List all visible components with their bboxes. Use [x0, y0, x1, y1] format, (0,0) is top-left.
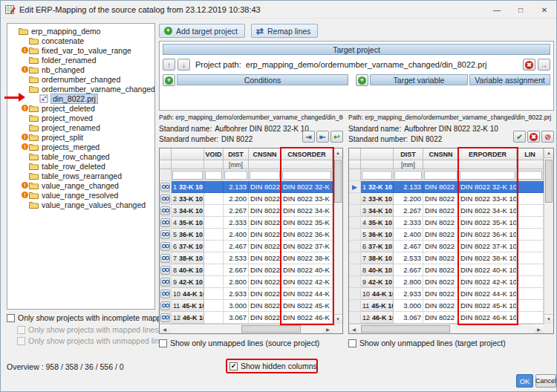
- filter-input[interactable]: [205, 171, 222, 180]
- find-line-button[interactable]: [160, 254, 170, 263]
- map-line-button[interactable]: ✔: [513, 131, 526, 143]
- goto-target-project-button[interactable]: →: [538, 59, 550, 71]
- tree-item-project-split[interactable]: !project_split: [7, 132, 154, 142]
- table-row[interactable]: 132-K 102.133DIN 8022DIN 8022 32-K 10: [160, 181, 333, 193]
- minimize-button[interactable]: —: [485, 1, 509, 19]
- filter-input[interactable]: [224, 171, 247, 180]
- move-target-up-button[interactable]: ↑: [163, 59, 175, 71]
- show-hidden-columns-checkbox[interactable]: ✔: [229, 362, 238, 370]
- vertical-scroll-thumb[interactable]: [545, 160, 553, 203]
- tree-item-project-moved[interactable]: project_moved: [7, 113, 154, 122]
- tree-item-erp-mapping-demo[interactable]: erp_mapping_demo: [7, 26, 154, 36]
- jump-to-source-line-button[interactable]: ⇤: [316, 131, 329, 143]
- maximize-button[interactable]: □: [509, 1, 532, 19]
- tree-item-concatenate[interactable]: concatenate: [7, 36, 154, 45]
- table-row[interactable]: 536-K 102.400DIN 8022DIN 8022 36-K 10: [349, 229, 544, 241]
- find-line-button[interactable]: [160, 230, 170, 239]
- scroll-down-arrow[interactable]: ▼: [544, 314, 553, 324]
- move-target-down-button[interactable]: ↓: [177, 59, 190, 71]
- table-row[interactable]: 233-K 102.200DIN 8022DIN 8022 33-K 10: [349, 193, 544, 205]
- scroll-right-arrow[interactable]: ▶: [323, 324, 333, 333]
- find-line-button[interactable]: [160, 266, 170, 275]
- column-header-lin[interactable]: LIN: [517, 148, 544, 160]
- vertical-scrollbar[interactable]: ▲▼: [333, 148, 342, 324]
- remap-lines-button[interactable]: ⇄ Remap lines: [251, 24, 318, 38]
- scroll-left-arrow[interactable]: ◀: [160, 324, 169, 333]
- table-row[interactable]: 233-K 102.200DIN 8022DIN 8022 33-K 10: [160, 193, 333, 205]
- tree-item-ordernumber-changed[interactable]: ordernumber_changed: [7, 74, 154, 84]
- cancel-button[interactable]: Cancel: [535, 374, 556, 388]
- find-line-button[interactable]: [160, 242, 170, 251]
- tree-item-folder-renamed[interactable]: folder_renamed: [7, 55, 154, 65]
- filter-input[interactable]: [424, 171, 457, 180]
- find-line-button[interactable]: [160, 195, 170, 203]
- column-header-void[interactable]: VOID: [204, 148, 224, 160]
- vertical-scrollbar[interactable]: ▲▼: [544, 148, 553, 324]
- filter-input[interactable]: [282, 171, 331, 180]
- tree-item-din-8022-prj[interactable]: din_8022.prj: [7, 94, 154, 103]
- column-header-icon[interactable]: [349, 148, 361, 160]
- column-header-dist[interactable]: DIST: [394, 148, 423, 160]
- column-header-order[interactable]: CNSORDER: [281, 148, 333, 160]
- scroll-down-arrow[interactable]: ▼: [333, 314, 342, 324]
- tree-item-project-deleted[interactable]: !project_deleted: [7, 103, 154, 113]
- exclude-line-button[interactable]: ⊘: [541, 131, 554, 143]
- column-header-icon[interactable]: [160, 148, 172, 160]
- tree-item-table-row-deleted[interactable]: table_row_deleted: [7, 161, 154, 171]
- table-row[interactable]: 536-K 102.400DIN 8022DIN 8022 36-K 10: [160, 229, 333, 241]
- horizontal-scrollbar[interactable]: ◀▶: [349, 324, 553, 333]
- table-row[interactable]: 840-K 102.667DIN 8022DIN 8022 40-K 10: [349, 264, 544, 276]
- tree-item-nb-changed[interactable]: !nb_changed: [7, 65, 154, 74]
- tree-item-value-range-values-changed[interactable]: value_range_values_changed: [7, 200, 154, 209]
- scroll-right-arrow[interactable]: ▶: [534, 324, 544, 333]
- table-row[interactable]: 1044-K 102.933DIN 8022DIN 8022 44-K 10: [160, 288, 333, 300]
- table-row[interactable]: 637-K 102.467DIN 8022DIN 8022 37-K 10: [349, 241, 544, 252]
- table-row[interactable]: 637-K 102.467DIN 8022DIN 8022 37-K 10: [160, 241, 333, 252]
- filter-input[interactable]: [362, 171, 392, 180]
- tree-item-fixed-var-to-value-range[interactable]: !fixed_var_to_value_range: [7, 45, 154, 55]
- vertical-scroll-thumb[interactable]: [334, 160, 342, 203]
- tree-item-value-range-changed[interactable]: !value_range_changed: [7, 180, 154, 190]
- table-row[interactable]: 942-K 102.800DIN 8022DIN 8022 42-K 10: [160, 276, 333, 288]
- target-unmapped-checkbox[interactable]: [348, 339, 356, 347]
- tree-item-table-row-changed[interactable]: table_row_changed: [7, 151, 154, 161]
- tree-item-value-range-resolved[interactable]: !value_range_resolved: [7, 190, 154, 200]
- horizontal-scrollbar[interactable]: ◀▶: [160, 324, 342, 333]
- find-line-button[interactable]: [160, 290, 170, 298]
- find-line-button[interactable]: [160, 313, 170, 322]
- source-unmapped-checkbox[interactable]: [159, 339, 167, 347]
- tree-item-ordernumber-varname-changed[interactable]: ordernumber_varname_changed: [7, 84, 154, 94]
- table-row[interactable]: 1145-K 103.000DIN 8022DIN 8022 45-K 10: [160, 300, 333, 312]
- find-line-button[interactable]: [160, 206, 170, 215]
- table-row[interactable]: 840-K 102.667DIN 8022DIN 8022 40-K 10: [160, 264, 333, 276]
- column-header-key[interactable]: [172, 148, 204, 160]
- table-row[interactable]: 435-K 102.333DIN 8022DIN 8022 35-K 10: [349, 217, 544, 229]
- find-line-button[interactable]: [160, 278, 170, 287]
- horizontal-scroll-thumb[interactable]: [241, 325, 301, 333]
- ok-button[interactable]: OK: [516, 374, 533, 388]
- apply-line-button[interactable]: ↩: [330, 131, 343, 143]
- incomplete-mappings-checkbox[interactable]: [7, 314, 15, 322]
- find-line-button[interactable]: [160, 301, 170, 310]
- scroll-up-arrow[interactable]: ▲: [544, 148, 553, 158]
- horizontal-scroll-thumb[interactable]: [361, 325, 450, 333]
- table-row[interactable]: 1246-K 103.067DIN 8022DIN 8022 46-K 10: [160, 312, 333, 324]
- filter-input[interactable]: [172, 171, 203, 180]
- jump-to-mapped-line-button[interactable]: ⇥: [302, 131, 315, 143]
- scroll-left-arrow[interactable]: ◀: [349, 324, 359, 333]
- column-header-cnsnn[interactable]: CNSNN: [423, 148, 459, 160]
- table-row[interactable]: 334-K 102.267DIN 8022DIN 8022 34-K 10: [160, 205, 333, 217]
- add-assignment-button[interactable]: +: [356, 74, 368, 86]
- column-header-cnsnn[interactable]: CNSNN: [249, 148, 281, 160]
- column-header-dist[interactable]: DIST: [224, 148, 249, 160]
- column-header-order[interactable]: ERPORDER: [459, 148, 517, 160]
- table-row[interactable]: 738-K 102.533DIN 8022DIN 8022 38-K 10: [349, 252, 544, 264]
- close-button[interactable]: ✕: [532, 1, 556, 19]
- table-row[interactable]: 334-K 102.267DIN 8022DIN 8022 34-K 10: [349, 205, 544, 217]
- tree-item-projects-merged[interactable]: !projects_merged: [7, 142, 154, 151]
- find-line-button[interactable]: [160, 183, 170, 192]
- add-target-project-button[interactable]: + Add target project: [159, 24, 245, 38]
- column-header-key[interactable]: [361, 148, 394, 160]
- table-row[interactable]: ▶132-K 102.133DIN 8022DIN 8022 32-K 10: [349, 181, 544, 193]
- table-row[interactable]: 1145-K 103.000DIN 8022DIN 8022 45-K 10: [349, 300, 544, 312]
